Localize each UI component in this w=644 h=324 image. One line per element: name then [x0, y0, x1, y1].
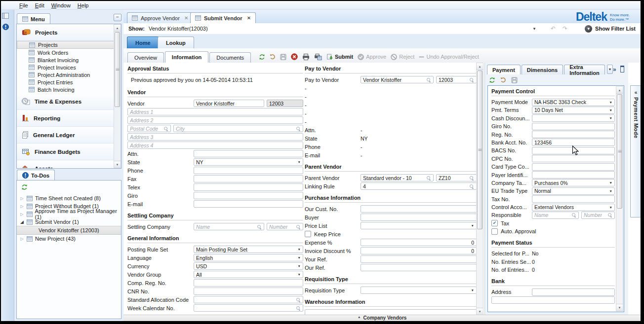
- text-input[interactable]: [194, 175, 303, 182]
- panel-tab-payment[interactable]: Payment: [487, 65, 521, 74]
- text-input[interactable]: [532, 195, 615, 203]
- tab-menu[interactable]: Menu: [17, 13, 50, 24]
- select-input[interactable]: Main Posting Rule Set▼: [194, 246, 303, 253]
- nav-scrollbar[interactable]: ▲▼: [114, 24, 121, 168]
- show-filter-list-icon[interactable]: ▼: [585, 25, 592, 33]
- menu-panel-icon[interactable]: [1, 12, 10, 20]
- text-input[interactable]: [532, 123, 615, 130]
- sidebar-group-reporting[interactable]: Reporting: [17, 110, 121, 127]
- select-input[interactable]: 10 Days Net▼: [532, 107, 615, 114]
- todo-item[interactable]: ▷New Project (43): [17, 235, 121, 243]
- scroll-up-icon[interactable]: ▲: [477, 63, 483, 70]
- approve-button[interactable]: Approve: [358, 54, 386, 60]
- expand-icon[interactable]: ▷: [20, 237, 24, 241]
- collapse-icon[interactable]: ◢: [20, 219, 24, 224]
- text-input[interactable]: Address 1: [127, 108, 303, 115]
- select-input[interactable]: NA HSBC 3363 Check▼: [532, 99, 615, 106]
- show-filter-value[interactable]: Vendor Kristoffer(12003): [149, 26, 532, 32]
- search-icon[interactable]: [469, 77, 474, 82]
- close-tab-icon[interactable]: ✕: [247, 15, 251, 21]
- text-input[interactable]: Name: [194, 223, 264, 230]
- scroll-down-icon[interactable]: ▼: [616, 304, 623, 311]
- text-input[interactable]: [361, 264, 477, 271]
- text-input[interactable]: [194, 279, 303, 287]
- undo-icon[interactable]: [270, 54, 276, 60]
- expand-icon[interactable]: ▷: [20, 196, 24, 201]
- text-input[interactable]: Address 2: [127, 116, 303, 124]
- text-input[interactable]: 12003: [267, 100, 303, 107]
- sidebar-item-batch-invoicing[interactable]: Batch Invoicing: [17, 86, 121, 93]
- show-filter-list-label[interactable]: Show Filter List: [595, 26, 636, 32]
- refresh-icon[interactable]: [259, 54, 265, 60]
- search-icon[interactable]: [607, 213, 612, 217]
- todos-alert-icon[interactable]: [1, 23, 10, 31]
- sidebar-group-assets[interactable]: Assets: [17, 160, 121, 169]
- text-input[interactable]: [194, 183, 303, 191]
- text-input[interactable]: Standard vendor - 10: [361, 174, 434, 181]
- select-input[interactable]: External Vendors▼: [532, 204, 615, 211]
- text-input[interactable]: Address 3: [127, 133, 303, 141]
- sidebar-item-project-invoices[interactable]: Project Invoices: [17, 64, 121, 71]
- checkbox[interactable]: [305, 231, 311, 237]
- search-icon[interactable]: [469, 184, 474, 189]
- print-icon[interactable]: [302, 54, 310, 60]
- text-input[interactable]: [532, 131, 615, 138]
- search-icon[interactable]: [469, 176, 474, 180]
- undo-icon[interactable]: [500, 77, 506, 83]
- scrollbar-thumb[interactable]: [115, 32, 120, 107]
- tab-overflow-icon[interactable]: ▼: [607, 65, 613, 74]
- text-input[interactable]: [194, 167, 303, 174]
- todo-item[interactable]: ▷Approve Time as Project Manager (1): [17, 210, 121, 218]
- tab-documents[interactable]: Documents: [209, 52, 251, 63]
- text-input[interactable]: [194, 192, 303, 199]
- search-icon[interactable]: [296, 126, 301, 131]
- collapsed-payment-mode-tab[interactable]: « Payment Mode: [630, 85, 641, 217]
- tab-home[interactable]: Home: [127, 36, 159, 48]
- scroll-up-icon[interactable]: ▲: [114, 25, 121, 32]
- select-input[interactable]: All▼: [194, 271, 303, 278]
- save-icon[interactable]: [511, 77, 518, 83]
- text-input[interactable]: [361, 214, 477, 221]
- search-icon[interactable]: [571, 213, 576, 217]
- menu-window[interactable]: Window: [48, 2, 74, 8]
- tab-overview[interactable]: Overview: [127, 52, 164, 63]
- expand-icon[interactable]: ▷: [20, 204, 24, 209]
- search-icon[interactable]: [296, 297, 301, 302]
- text-input[interactable]: [194, 200, 303, 208]
- text-input[interactable]: [491, 296, 615, 304]
- search-icon[interactable]: [257, 224, 262, 229]
- text-input[interactable]: [194, 296, 303, 303]
- text-input[interactable]: Postal Code: [127, 125, 171, 132]
- collapse-panel-button[interactable]: −: [114, 14, 121, 21]
- select-input[interactable]: Purchases 0%▼: [532, 179, 615, 186]
- text-input[interactable]: Number: [267, 223, 303, 230]
- todo-child-item[interactable]: Vendor Kristoffer (12003): [17, 226, 121, 235]
- sidebar-group-finance-budgets[interactable]: Finance Budgets: [17, 144, 121, 160]
- tab-information[interactable]: Information: [165, 51, 209, 63]
- text-input[interactable]: 12003: [436, 76, 477, 83]
- scrollbar-thumb[interactable]: [617, 94, 622, 209]
- refresh-icon[interactable]: [489, 77, 495, 83]
- document-tab-approve-vendor[interactable]: Approve Vendor✕: [127, 12, 193, 23]
- text-input[interactable]: 0: [361, 247, 477, 254]
- search-icon[interactable]: [163, 126, 168, 131]
- maximize-panel-icon[interactable]: [620, 66, 624, 72]
- scroll-up-icon[interactable]: ▲: [616, 87, 623, 94]
- select-input[interactable]: ▼: [361, 287, 477, 294]
- text-input[interactable]: Name: [532, 212, 579, 219]
- sidebar-group-projects[interactable]: Projects: [17, 24, 121, 41]
- text-input[interactable]: ZZ10: [436, 174, 477, 181]
- print-preview-icon[interactable]: [314, 54, 322, 60]
- text-input[interactable]: City: [173, 125, 303, 132]
- search-icon[interactable]: [426, 176, 431, 180]
- tab-lookup[interactable]: Lookup: [158, 36, 194, 48]
- checkbox[interactable]: [491, 228, 498, 235]
- sidebar-group-general-ledger[interactable]: General Ledger: [17, 127, 121, 144]
- submit-button[interactable]: Submit: [326, 54, 353, 60]
- nav-forward-icon[interactable]: ↷: [563, 25, 567, 32]
- show-dropdown-icon[interactable]: ▼: [532, 27, 536, 31]
- save-icon[interactable]: [280, 54, 286, 60]
- select-input[interactable]: Normal▼: [532, 187, 615, 195]
- document-tab-submit-vendor[interactable]: Submit Vendor✕: [190, 12, 256, 23]
- text-input[interactable]: [194, 304, 303, 312]
